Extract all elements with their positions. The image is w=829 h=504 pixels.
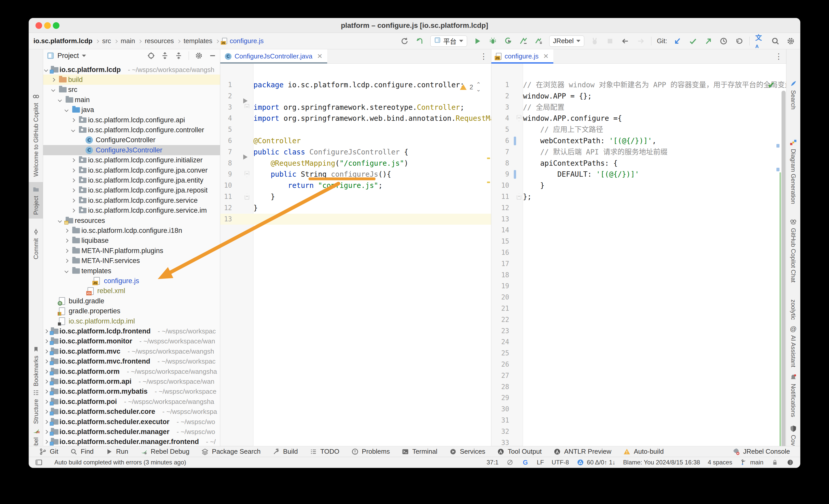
breadcrumb-item-io.sc.platform.lcdp[interactable]: io.sc.platform.lcdp — [33, 37, 93, 45]
tab-configurejscontroller-java[interactable]: C ConfigureJsController.java ✕ — [220, 49, 327, 63]
toolwindow-button-git[interactable]: Git — [39, 447, 58, 456]
status-4-spaces[interactable]: 4 spaces — [708, 459, 732, 466]
toolwindow-toggle-icon[interactable] — [35, 459, 43, 466]
chevron-expanded-icon[interactable] — [51, 88, 56, 92]
git-push-icon[interactable] — [704, 36, 713, 46]
breadcrumb-item-templates[interactable]: templates — [183, 37, 212, 45]
tree-row-io.sc.platform.lcdp.configure.service[interactable]: io.sc.platform.lcdp.configure.service — [43, 195, 220, 206]
tree-row-build[interactable]: build — [43, 75, 220, 85]
settings-icon[interactable] — [195, 52, 203, 60]
tree-row-main[interactable]: main — [43, 95, 220, 105]
profiler-icon[interactable] — [519, 36, 528, 46]
chevron-expanded-icon[interactable] — [71, 128, 75, 132]
chevron-collapsed-icon[interactable] — [44, 369, 48, 373]
toolwindow-button-auto-build[interactable]: Auto-build — [623, 447, 663, 456]
run-configuration-select[interactable]: 平台 — [430, 35, 467, 47]
tree-row-META-INF.platform.plugins[interactable]: META-INF.platform.plugins — [43, 246, 220, 256]
translate-icon[interactable]: 文A — [755, 36, 765, 46]
jrebel-agent-icon[interactable] — [590, 36, 600, 46]
target-icon[interactable] — [147, 52, 155, 60]
google-icon[interactable]: G — [521, 459, 529, 466]
tree-row-io.sc.platform.scheduler.executor[interactable]: io.sc.platform.scheduler.executor- ~/wsp… — [43, 417, 220, 427]
gutter-run-marker-icon[interactable] — [243, 154, 248, 159]
chevron-collapsed-icon[interactable] — [44, 430, 48, 434]
tree-row-io.sc.platform.orm.api[interactable]: io.sc.platform.orm.api- ~/wspsc/workspac… — [43, 376, 220, 387]
toolwindow-button-build[interactable]: Build — [272, 447, 298, 456]
status-utf-8[interactable]: UTF-8 — [551, 459, 569, 466]
right-editor-body[interactable]: 1// 在浏览器 window 对象中新建名为 APP 的容器变量，用于存放平台… — [491, 64, 786, 446]
sidebar-item-zoolytic[interactable]: zoolytic — [786, 289, 800, 320]
chevron-expanded-icon[interactable] — [44, 68, 48, 72]
tree-row-io.sc.platform.lcdp.iml[interactable]: io.sc.platform.lcdp.iml — [43, 316, 220, 326]
minus-icon[interactable] — [209, 52, 216, 60]
tree-row-io.sc.platform.lcdp[interactable]: io.sc.platform.lcdp- ~/wspsc/workspace/w… — [43, 65, 220, 75]
chevron-collapsed-icon[interactable] — [44, 440, 48, 444]
chevron-collapsed-icon[interactable] — [44, 380, 48, 384]
tree-row-io.sc.platform.lcdp.configure.controller[interactable]: io.sc.platform.lcdp.configure.controller — [43, 125, 220, 135]
chevron-expanded-icon[interactable] — [58, 219, 62, 223]
chevron-collapsed-icon[interactable] — [44, 390, 48, 394]
tree-row-io.sc.platform.scheduler.manager.frontend[interactable]: io.sc.platform.scheduler.manager.fronten… — [43, 437, 220, 446]
stop-icon[interactable] — [605, 36, 615, 46]
close-tab-icon[interactable]: ✕ — [317, 52, 323, 60]
sidebar-item-commit[interactable]: Commit — [29, 228, 43, 259]
settings-icon[interactable] — [786, 36, 796, 46]
sidebar-item-notifications[interactable]: Notifications — [786, 373, 800, 417]
tree-row-io.sc.platform.lcdp.configure.initializer[interactable]: io.sc.platform.lcdp.configure.initialize… — [43, 155, 220, 166]
toolwindow-button-find[interactable]: Find — [70, 447, 94, 456]
gutter-run-marker-icon[interactable] — [243, 98, 248, 103]
tree-row-io.sc.platform.lcdp.frontend[interactable]: io.sc.platform.lcdp.frontend- ~/wspsc/wo… — [43, 326, 220, 336]
tree-row-ConfigureController[interactable]: CConfigureController — [43, 135, 220, 145]
sidebar-item-structure[interactable]: Structure — [29, 389, 43, 424]
sidebar-item-bookmarks[interactable]: Bookmarks — [29, 346, 43, 386]
rollback-icon[interactable] — [734, 36, 744, 46]
tree-row-ConfigureJsController[interactable]: CConfigureJsController — [43, 145, 220, 155]
revert-green-icon[interactable] — [415, 36, 425, 46]
status-lf[interactable]: LF — [537, 459, 544, 466]
editor-options-icon[interactable]: ⋮ — [480, 52, 488, 61]
chevron-collapsed-icon[interactable] — [44, 400, 48, 404]
expand-all-icon[interactable] — [161, 52, 169, 60]
toolwindow-button-jrebel-console[interactable]: JRebel Console — [732, 447, 790, 456]
chevron-collapsed-icon[interactable] — [44, 339, 48, 344]
chevron-collapsed-icon[interactable] — [71, 178, 75, 183]
chevron-collapsed-icon[interactable] — [65, 229, 69, 233]
coverage-run-icon[interactable] — [503, 36, 513, 46]
tree-row-io.sc.platform.lcdp.configure.i18n[interactable]: io.sc.platform.lcdp.configure.i18n — [43, 225, 220, 236]
tree-row-build.gradle[interactable]: Gbuild.gradle — [43, 296, 220, 306]
tree-row-io.sc.platform.orm.mybatis[interactable]: io.sc.platform.orm.mybatis- ~/wspsc/work… — [43, 387, 220, 397]
chevron-collapsed-icon[interactable] — [51, 78, 56, 82]
status-60-0-1-[interactable]: 60 Δ/0↑ 1↓ — [577, 459, 615, 466]
history-icon[interactable] — [719, 36, 728, 46]
sync-icon[interactable] — [400, 36, 409, 46]
project-view-dropdown[interactable] — [82, 55, 86, 57]
toolwindow-button-problems[interactable]: Problems — [351, 447, 390, 456]
tree-row-io.sc.platform.lcdp.configure.api[interactable]: io.sc.platform.lcdp.configure.api — [43, 115, 220, 125]
sidebar-item-github-copilot-chat[interactable]: GitHub Copilot Chat — [786, 218, 800, 282]
tree-row-templates[interactable]: templates — [43, 266, 220, 276]
tree-row-src[interactable]: src — [43, 85, 220, 95]
lock-icon[interactable] — [771, 459, 779, 466]
status-37-1[interactable]: 37:1 — [486, 459, 499, 466]
tree-row-io.sc.platform.scheduler.manager[interactable]: io.sc.platform.scheduler.manager- ~/wsps… — [43, 427, 220, 437]
toolwindow-button-run[interactable]: Run — [105, 447, 129, 456]
back-icon[interactable] — [620, 36, 630, 46]
tree-row-io.sc.platform.monitor[interactable]: io.sc.platform.monitor- ~/wspsc/workspac… — [43, 336, 220, 347]
chevron-collapsed-icon[interactable] — [65, 259, 69, 263]
git-commit-icon[interactable] — [688, 36, 698, 46]
tree-row-io.sc.platform.lcdp.configure.service.im[interactable]: io.sc.platform.lcdp.configure.service.im — [43, 206, 220, 216]
tab-configure-js[interactable]: JS configure.js ✕ — [491, 49, 553, 63]
status-message[interactable]: Auto build completed with errors (3 minu… — [55, 459, 186, 466]
forward-icon[interactable] — [636, 36, 646, 46]
sidebar-item-project[interactable]: Project — [29, 182, 43, 219]
close-tab-icon[interactable]: ✕ — [543, 52, 549, 60]
inspections-widget[interactable]: 2⌃⌄ — [460, 82, 481, 92]
chevron-expanded-icon[interactable] — [65, 108, 69, 112]
tree-row-io.sc.platform.scheduler.core[interactable]: io.sc.platform.scheduler.core- ~/wspsc/w… — [43, 407, 220, 417]
chevron-collapsed-icon[interactable] — [44, 329, 48, 333]
status-blame-you-2024-8-15-16-38[interactable]: Blame: You 2024/8/15 16:38 — [623, 459, 700, 466]
status-main[interactable]: main — [740, 459, 763, 466]
left-editor-body[interactable]: 1package io.sc.platform.lcdp.configure.c… — [220, 64, 491, 446]
sidebar-item-search[interactable]: Search — [786, 80, 800, 110]
chevron-collapsed-icon[interactable] — [71, 168, 75, 172]
